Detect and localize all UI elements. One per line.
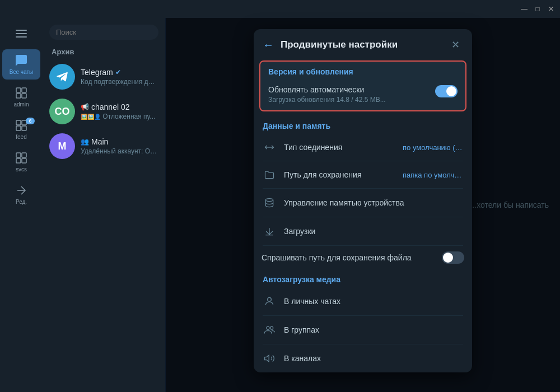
personal-chats-label: В личных чатах bbox=[284, 297, 340, 306]
sidebar-item-label-admin: admin bbox=[13, 101, 29, 108]
toggle-thumb bbox=[446, 86, 456, 96]
svg-rect-4 bbox=[22, 88, 26, 92]
sidebar-menu-button[interactable] bbox=[2, 22, 40, 45]
folder-icon bbox=[262, 167, 277, 183]
minimize-button[interactable]: — bbox=[520, 4, 529, 13]
connection-type-value: по умолчанию (TCP) bbox=[403, 143, 464, 152]
sidebar-item-svcs[interactable]: svcs bbox=[2, 147, 40, 177]
auto-update-sub: Загрузка обновления 14.8 / 42.5 MB... bbox=[268, 96, 428, 104]
chat-info-telegram: Telegram ✔ Код подтверждения для... bbox=[81, 68, 158, 86]
channels-label: В каналах bbox=[284, 354, 321, 363]
chat-item-main[interactable]: M 👥 Main Удалённый аккаунт: Отл... bbox=[43, 129, 165, 164]
sidebar-item-label-feed: feed bbox=[16, 134, 26, 140]
group-icon bbox=[262, 322, 277, 338]
channel-icon bbox=[262, 351, 277, 366]
sidebar-item-label-svcs: svcs bbox=[16, 166, 27, 172]
svg-rect-7 bbox=[16, 120, 21, 125]
svg-rect-3 bbox=[16, 88, 21, 92]
maximize-button[interactable]: □ bbox=[533, 4, 542, 13]
auto-media-section: Автозагрузка медиа В личных чатах bbox=[254, 269, 472, 372]
chat-name-channel02: 📢 channel 02 bbox=[81, 102, 158, 111]
svg-point-21 bbox=[270, 326, 273, 329]
chat-preview-main: Удалённый аккаунт: Отл... bbox=[81, 147, 158, 155]
version-section-highlighted: Версия и обновления Обновлять автоматиче… bbox=[259, 60, 466, 111]
chat-name-telegram: Telegram ✔ bbox=[81, 68, 158, 77]
verified-icon: ✔ bbox=[115, 68, 121, 76]
svg-point-19 bbox=[268, 297, 272, 301]
auto-update-labels: Обновлять автоматически Загрузка обновле… bbox=[268, 85, 428, 104]
modal-close-button[interactable]: ✕ bbox=[447, 37, 463, 53]
ask-save-path-label: Спрашивать путь для сохранения файла bbox=[262, 253, 435, 262]
save-path-row[interactable]: Путь для сохранения папка по умолчан... bbox=[254, 161, 472, 188]
settings-modal: ← Продвинутые настройки ✕ Версия и обнов… bbox=[254, 29, 472, 372]
modal-back-button[interactable]: ← bbox=[263, 39, 274, 52]
svg-rect-11 bbox=[16, 153, 21, 157]
sidebar-item-edit[interactable]: Ред. bbox=[2, 179, 40, 209]
svg-rect-12 bbox=[22, 153, 26, 157]
archive-label: Архив bbox=[43, 44, 165, 59]
connection-icon bbox=[262, 139, 277, 155]
svg-rect-9 bbox=[16, 126, 21, 130]
chat-preview-channel02: 🖼️🖼️👤 Отложенная пу... bbox=[81, 113, 158, 120]
sidebar-item-all-chats[interactable]: Все чаты bbox=[2, 49, 40, 80]
personal-chats-row[interactable]: В личных чатах bbox=[254, 287, 472, 315]
chat-info-channel02: 📢 channel 02 🖼️🖼️👤 Отложенная пу... bbox=[81, 102, 158, 120]
channel-icon-small: 📢 bbox=[81, 103, 89, 111]
search-input[interactable] bbox=[49, 25, 158, 40]
chat-item-telegram[interactable]: Telegram ✔ Код подтверждения для... bbox=[43, 59, 165, 94]
save-path-value: папка по умолчан... bbox=[403, 171, 464, 179]
group-icon-small: 👥 bbox=[81, 138, 89, 146]
version-section-header: Версия и обновления bbox=[260, 62, 465, 80]
titlebar: — □ ✕ bbox=[0, 0, 560, 18]
chat-list-header bbox=[43, 18, 165, 44]
chat-list-panel: Архив Telegram ✔ Код подтверждения для..… bbox=[43, 18, 166, 392]
groups-label: В группах bbox=[284, 325, 319, 334]
sidebar-item-label-all-chats: Все чаты bbox=[10, 69, 33, 75]
auto-update-row[interactable]: Обновлять автоматически Загрузка обновле… bbox=[260, 80, 465, 110]
svg-rect-13 bbox=[16, 158, 21, 163]
svg-rect-14 bbox=[22, 158, 26, 163]
channels-row[interactable]: В каналах bbox=[254, 344, 472, 372]
sidebar-icons: Все чаты admin 6 feed bbox=[0, 18, 43, 392]
svg-point-17 bbox=[265, 199, 273, 202]
data-memory-section: Данные и память Тип соединения bbox=[254, 116, 472, 269]
modal-title: Продвинутые настройки bbox=[281, 39, 441, 50]
modal-content: Версия и обновления Обновлять автоматиче… bbox=[254, 60, 472, 372]
ask-save-path-toggle[interactable] bbox=[442, 251, 464, 264]
ask-save-toggle-thumb bbox=[443, 253, 453, 263]
svg-rect-5 bbox=[16, 94, 21, 98]
app-container: Все чаты admin 6 feed bbox=[0, 18, 560, 392]
downloads-row[interactable]: Загрузки bbox=[254, 217, 472, 245]
chat-item-channel02[interactable]: CO 📢 channel 02 🖼️🖼️👤 Отложенная пу... bbox=[43, 94, 165, 129]
sidebar-item-admin[interactable]: admin bbox=[2, 82, 40, 112]
person-icon bbox=[262, 293, 277, 309]
auto-media-header: Автозагрузка медиа bbox=[254, 269, 472, 287]
modal-header: ← Продвинутые настройки ✕ bbox=[254, 29, 472, 60]
svg-rect-10 bbox=[22, 126, 26, 130]
avatar-telegram bbox=[49, 64, 75, 90]
sidebar-item-feed[interactable]: 6 feed bbox=[2, 114, 40, 144]
groups-row[interactable]: В группах bbox=[254, 316, 472, 344]
chat-name-main: 👥 Main bbox=[81, 137, 158, 146]
data-memory-header: Данные и память bbox=[254, 116, 472, 134]
download-icon bbox=[262, 223, 277, 239]
auto-update-toggle[interactable] bbox=[435, 85, 458, 97]
main-chat-area: ...хотели бы написать ← Продвинутые наст… bbox=[166, 18, 560, 392]
connection-type-row[interactable]: Тип соединения по умолчанию (TCP) bbox=[254, 134, 472, 161]
auto-update-title: Обновлять автоматически bbox=[268, 85, 428, 94]
close-window-button[interactable]: ✕ bbox=[547, 4, 556, 13]
avatar-channel02: CO bbox=[49, 99, 75, 124]
chat-preview-telegram: Код подтверждения для... bbox=[81, 78, 158, 86]
sidebar-item-label-edit: Ред. bbox=[16, 199, 27, 205]
connection-type-label: Тип соединения bbox=[284, 143, 396, 152]
feed-badge: 6 bbox=[26, 118, 35, 124]
chat-info-main: 👥 Main Удалённый аккаунт: Отл... bbox=[81, 137, 158, 155]
memory-manage-row[interactable]: Управление памятью устройства bbox=[254, 189, 472, 217]
ask-save-path-row[interactable]: Спрашивать путь для сохранения файла bbox=[254, 246, 472, 269]
svg-point-20 bbox=[267, 326, 269, 329]
svg-rect-6 bbox=[22, 94, 26, 98]
modal-backdrop[interactable]: ← Продвинутые настройки ✕ Версия и обнов… bbox=[166, 18, 560, 392]
downloads-label: Загрузки bbox=[284, 227, 315, 236]
memory-manage-label: Управление памятью устройства bbox=[284, 198, 404, 207]
avatar-main: M bbox=[49, 133, 75, 159]
